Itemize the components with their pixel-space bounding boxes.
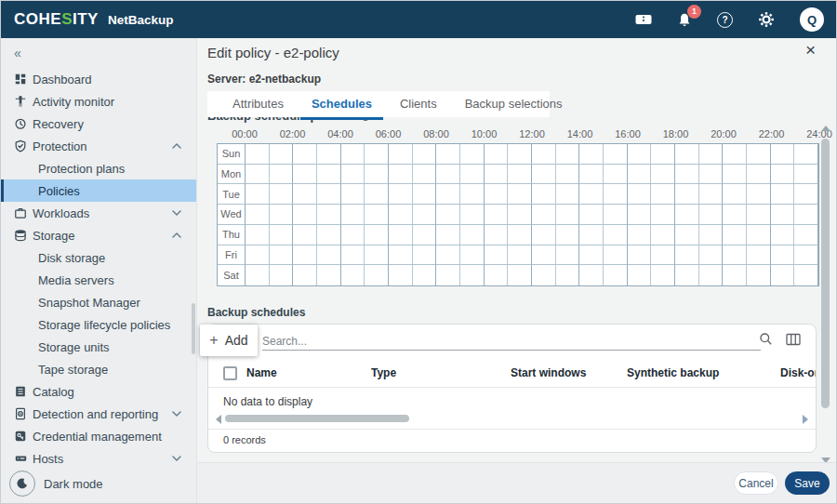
schedule-cell[interactable] (389, 184, 413, 205)
schedule-cell[interactable] (389, 144, 413, 165)
schedule-cell[interactable] (317, 225, 341, 245)
search-input[interactable] (262, 332, 761, 351)
sidebar-item-dashboard[interactable]: Dashboard (1, 68, 196, 90)
scroll-right-arrow[interactable] (803, 415, 808, 424)
sidebar-item-hosts[interactable]: Hosts (1, 447, 196, 470)
schedule-cell[interactable] (246, 205, 270, 225)
sidebar-item-recovery[interactable]: Recovery (1, 113, 196, 135)
schedule-cell[interactable] (579, 265, 604, 285)
vertical-scrollbar-thumb[interactable] (821, 139, 830, 408)
schedule-cell[interactable] (436, 205, 460, 225)
schedule-cell[interactable] (508, 265, 532, 285)
schedule-cell[interactable] (794, 184, 818, 205)
schedule-cell[interactable] (413, 245, 437, 266)
schedule-cell[interactable] (723, 265, 747, 285)
schedule-cell[interactable] (365, 165, 389, 185)
schedule-cell[interactable] (651, 165, 675, 185)
schedule-cell[interactable] (651, 265, 675, 285)
schedule-cell[interactable] (699, 245, 724, 266)
schedule-cell[interactable] (485, 225, 509, 245)
schedule-cell[interactable] (723, 165, 747, 185)
schedule-cell[interactable] (723, 144, 747, 165)
horizontal-scrollbar-thumb[interactable] (225, 415, 409, 422)
schedule-cell[interactable] (604, 165, 628, 185)
schedule-cell[interactable] (556, 245, 580, 266)
sidebar-item-storage-units[interactable]: Storage units (1, 336, 196, 358)
schedule-cell[interactable] (794, 265, 818, 285)
schedule-cell[interactable] (365, 265, 389, 285)
schedule-cell[interactable] (270, 245, 294, 266)
schedule-cell[interactable] (365, 225, 389, 245)
schedule-cell[interactable] (341, 205, 365, 225)
schedule-cell[interactable] (651, 225, 675, 245)
tab-backup-selections[interactable]: Backup selections (451, 91, 577, 117)
schedule-cell[interactable] (246, 245, 270, 266)
schedule-cell[interactable] (747, 205, 771, 225)
add-button[interactable]: + Add (200, 325, 258, 356)
schedule-cell[interactable] (436, 144, 460, 165)
schedule-cell[interactable] (460, 205, 485, 225)
schedule-cell[interactable] (532, 165, 556, 185)
bell-icon[interactable]: 1 (677, 12, 692, 28)
schedule-cell[interactable] (365, 205, 389, 225)
schedule-cell[interactable] (556, 184, 580, 205)
schedule-cell[interactable] (628, 225, 652, 245)
schedule-cell[interactable] (771, 165, 795, 185)
schedule-cell[interactable] (532, 205, 556, 225)
schedule-cell[interactable] (699, 225, 724, 245)
schedule-cell[interactable] (270, 165, 294, 185)
search-icon[interactable] (759, 332, 773, 350)
schedule-cell[interactable] (794, 205, 818, 225)
sidebar-collapse-button[interactable]: « (14, 46, 21, 60)
schedule-cell[interactable] (246, 165, 270, 185)
schedule-cell[interactable] (771, 265, 795, 285)
schedule-cell[interactable] (699, 205, 724, 225)
schedule-cell[interactable] (436, 184, 460, 205)
schedule-cell[interactable] (508, 184, 532, 205)
schedule-cell[interactable] (556, 144, 580, 165)
schedule-cell[interactable] (317, 144, 341, 165)
schedule-cell[interactable] (293, 144, 317, 165)
schedule-cell[interactable] (270, 205, 294, 225)
schedule-cell[interactable] (460, 265, 485, 285)
save-button[interactable]: Save (785, 471, 830, 495)
schedule-cell[interactable] (270, 144, 294, 165)
schedule-cell[interactable] (651, 144, 675, 165)
schedule-cell[interactable] (628, 265, 652, 285)
schedule-cell[interactable] (675, 265, 699, 285)
schedule-cell[interactable] (341, 245, 365, 266)
schedule-cell[interactable] (413, 165, 437, 185)
schedule-cell[interactable] (604, 144, 628, 165)
sidebar-item-credential-management[interactable]: Credential management (1, 425, 196, 447)
schedule-cell[interactable] (389, 225, 413, 245)
tab-clients[interactable]: Clients (386, 91, 451, 117)
sidebar-item-storage-lifecycle-policies[interactable]: Storage lifecycle policies (1, 313, 196, 336)
cancel-button[interactable]: Cancel (734, 471, 778, 495)
schedule-cell[interactable] (508, 245, 532, 266)
schedule-cell[interactable] (675, 165, 699, 185)
schedule-cell[interactable] (341, 225, 365, 245)
schedule-cell[interactable] (794, 144, 818, 165)
schedule-cell[interactable] (556, 225, 580, 245)
sidebar-scrollbar-thumb[interactable] (192, 303, 195, 354)
schedule-cell[interactable] (604, 265, 628, 285)
schedule-cell[interactable] (532, 144, 556, 165)
sidebar-item-detection-and-reporting[interactable]: Detection and reporting (1, 403, 196, 425)
scroll-up-arrow[interactable] (821, 126, 830, 131)
schedule-cell[interactable] (485, 144, 509, 165)
schedule-cell[interactable] (532, 265, 556, 285)
schedule-cell[interactable] (246, 265, 270, 285)
schedule-cell[interactable] (556, 165, 580, 185)
schedule-cell[interactable] (270, 265, 294, 285)
schedule-cell[interactable] (485, 265, 509, 285)
schedule-cell[interactable] (317, 165, 341, 185)
schedule-cell[interactable] (579, 144, 604, 165)
schedule-cell[interactable] (317, 265, 341, 285)
schedule-cell[interactable] (628, 245, 652, 266)
schedule-cell[interactable] (485, 245, 509, 266)
schedule-cell[interactable] (532, 225, 556, 245)
schedule-cell[interactable] (604, 225, 628, 245)
schedule-cell[interactable] (389, 245, 413, 266)
schedule-cell[interactable] (532, 245, 556, 266)
schedule-cell[interactable] (747, 184, 771, 205)
